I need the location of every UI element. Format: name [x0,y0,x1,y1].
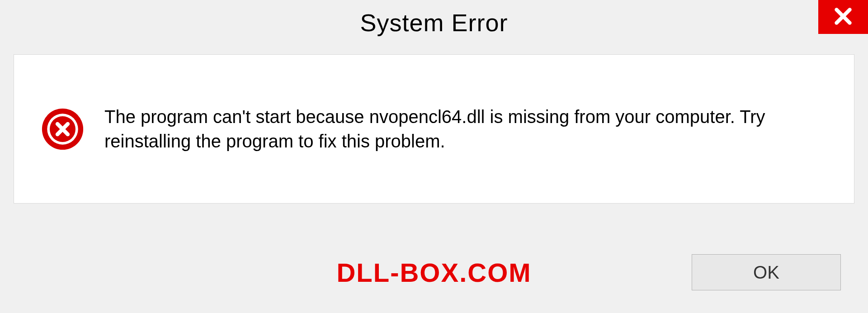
dialog-content: The program can't start because nvopencl… [14,54,854,204]
dialog-footer: DLL-BOX.COM OK [0,232,868,313]
error-message: The program can't start because nvopencl… [104,104,827,153]
watermark-text: DLL-BOX.COM [336,257,531,288]
ok-button[interactable]: OK [692,254,841,290]
error-icon [41,108,84,151]
close-button[interactable] [818,0,868,34]
dialog-title: System Error [360,9,508,37]
ok-button-label: OK [753,262,779,283]
close-icon [832,5,854,29]
titlebar: System Error [0,0,868,45]
